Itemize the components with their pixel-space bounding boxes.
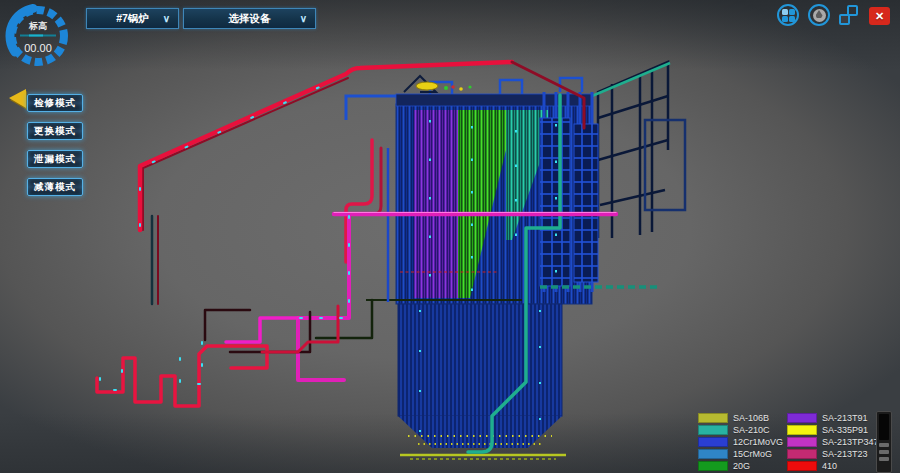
mode-button-overhaul[interactable]: 检修模式 [27, 94, 83, 112]
mode-button-leak[interactable]: 泄漏模式 [27, 150, 83, 168]
legend-item: 20G [698, 461, 750, 471]
scrollbar-notch [879, 443, 889, 447]
top-specks [444, 85, 472, 91]
legend-item: SA-213T91 [787, 413, 868, 423]
color-grid-button[interactable] [777, 4, 799, 26]
layers-icon-front [839, 14, 850, 25]
chevron-down-icon: ∨ [163, 13, 170, 24]
legend-swatch [698, 425, 728, 435]
legend-label: SA-213T23 [822, 449, 868, 459]
legend-swatch [698, 461, 728, 471]
droplet-icon [813, 9, 826, 22]
legend-label: 12Cr1MoVG [733, 437, 783, 447]
legend-item: SA-213TP347H [787, 437, 885, 447]
gauge-divider-highlight [29, 35, 43, 37]
scrollbar-notch [879, 457, 889, 461]
legend-label: 410 [822, 461, 837, 471]
legend-item: 15CrMoG [698, 449, 772, 459]
layers-button[interactable] [838, 5, 859, 25]
elevation-gauge: 标高 00.00 [3, 1, 73, 71]
mode-button-replace[interactable]: 更换模式 [27, 122, 83, 140]
chevron-down-icon: ∨ [300, 13, 307, 24]
panel-collapse-arrow-icon[interactable] [9, 89, 26, 108]
boiler-3d-app: 标高 00.00 #7锅炉 ∨ 选择设备 ∨ ✕ 检修模式 更换模式 泄漏模式 … [0, 0, 900, 473]
droplet-button[interactable] [808, 4, 830, 26]
legend-swatch [787, 425, 817, 435]
crimson-feeders [152, 140, 381, 304]
legend-swatch [787, 449, 817, 459]
legend-label: SA-335P91 [822, 425, 868, 435]
close-icon: ✕ [875, 10, 884, 23]
legend-item: SA-213T23 [787, 449, 868, 459]
gauge-value: 00.00 [24, 42, 52, 54]
boiler-select-dropdown[interactable]: #7锅炉 ∨ [86, 8, 179, 29]
legend-swatch [698, 413, 728, 423]
color-grid-icon [782, 9, 795, 22]
legend-swatch [698, 437, 728, 447]
legend-label: SA-210C [733, 425, 770, 435]
close-button[interactable]: ✕ [869, 7, 890, 25]
device-select-value: 选择设备 [229, 12, 271, 26]
legend-swatch [698, 449, 728, 459]
mode-button-thinning[interactable]: 减薄模式 [27, 178, 83, 196]
legend-item: SA-210C [698, 425, 770, 435]
legend-label: 20G [733, 461, 750, 471]
legend-item: 410 [787, 461, 837, 471]
legend-item: SA-335P91 [787, 425, 868, 435]
legend-label: SA-106B [733, 413, 769, 423]
legend-item: 12Cr1MoVG [698, 437, 783, 447]
legend-swatch [787, 413, 817, 423]
device-select-dropdown[interactable]: 选择设备 ∨ [183, 8, 316, 29]
legend-swatch [787, 461, 817, 471]
lower-bundle [398, 304, 566, 459]
gauge-label: 标高 [28, 21, 47, 31]
legend-scrollbar-thumb[interactable] [879, 414, 889, 440]
teal-brace [592, 63, 670, 96]
legend-label: SA-213T91 [822, 413, 868, 423]
legend-swatch [787, 437, 817, 447]
lower-left-pipe-network [97, 300, 372, 406]
yellow-fitting [416, 82, 438, 90]
legend-item: SA-106B [698, 413, 769, 423]
boiler-select-value: #7锅炉 [116, 12, 149, 26]
legend-label: 15CrMoG [733, 449, 772, 459]
boiler-3d-viewport[interactable] [0, 0, 900, 473]
legend-scrollbar[interactable] [876, 411, 892, 473]
scrollbar-notch [879, 450, 889, 454]
